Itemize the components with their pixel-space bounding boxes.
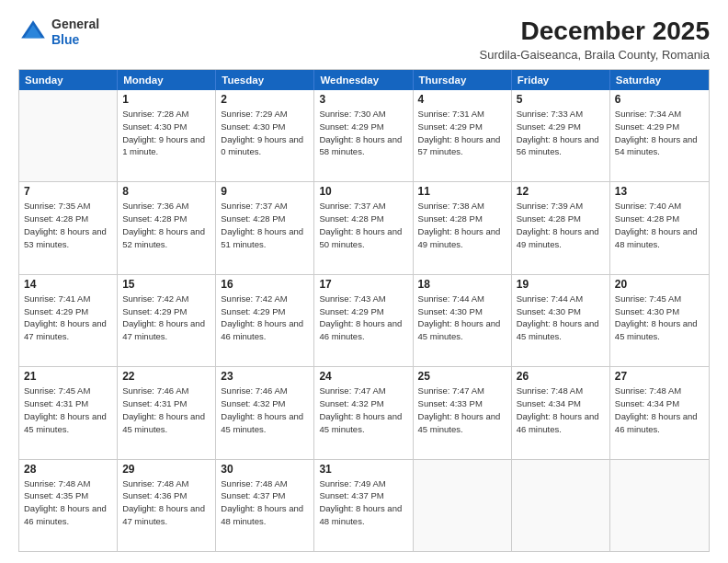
logo-text: General Blue — [51, 17, 99, 48]
page: General Blue December 2025 Surdila-Gaise… — [0, 0, 728, 563]
calendar-cell: 9Sunrise: 7:37 AMSunset: 4:28 PMDaylight… — [216, 182, 314, 273]
calendar: SundayMondayTuesdayWednesdayThursdayFrid… — [18, 69, 710, 552]
calendar-cell: 13Sunrise: 7:40 AMSunset: 4:28 PMDayligh… — [610, 182, 709, 273]
calendar-cell: 8Sunrise: 7:36 AMSunset: 4:28 PMDaylight… — [118, 182, 216, 273]
day-number: 10 — [319, 185, 407, 198]
day-number: 22 — [122, 370, 210, 383]
day-info: Sunrise: 7:42 AMSunset: 4:29 PMDaylight:… — [221, 293, 309, 343]
calendar-week-3: 14Sunrise: 7:41 AMSunset: 4:29 PMDayligh… — [19, 274, 709, 366]
calendar-cell: 4Sunrise: 7:31 AMSunset: 4:29 PMDaylight… — [414, 90, 512, 181]
day-info: Sunrise: 7:48 AMSunset: 4:36 PMDaylight:… — [122, 477, 210, 528]
logo-blue: Blue — [51, 32, 99, 48]
header-day-monday: Monday — [118, 70, 216, 90]
calendar-cell: 10Sunrise: 7:37 AMSunset: 4:28 PMDayligh… — [314, 182, 413, 273]
day-number: 9 — [221, 185, 309, 198]
calendar-cell: 12Sunrise: 7:39 AMSunset: 4:28 PMDayligh… — [512, 182, 610, 273]
calendar-cell: 25Sunrise: 7:47 AMSunset: 4:33 PMDayligh… — [414, 367, 512, 458]
day-number: 24 — [319, 370, 407, 383]
calendar-cell: 30Sunrise: 7:48 AMSunset: 4:37 PMDayligh… — [216, 460, 314, 551]
day-info: Sunrise: 7:39 AMSunset: 4:28 PMDaylight:… — [517, 200, 605, 250]
calendar-cell: 18Sunrise: 7:44 AMSunset: 4:30 PMDayligh… — [414, 275, 512, 366]
day-number: 13 — [615, 185, 704, 198]
month-title: December 2025 — [480, 17, 711, 46]
day-number: 26 — [517, 370, 605, 383]
day-info: Sunrise: 7:31 AMSunset: 4:29 PMDaylight:… — [418, 108, 506, 158]
day-info: Sunrise: 7:30 AMSunset: 4:29 PMDaylight:… — [319, 108, 407, 158]
calendar-cell: 28Sunrise: 7:48 AMSunset: 4:35 PMDayligh… — [19, 460, 118, 551]
day-info: Sunrise: 7:37 AMSunset: 4:28 PMDaylight:… — [319, 200, 407, 250]
day-number: 8 — [122, 185, 210, 198]
calendar-cell: 27Sunrise: 7:48 AMSunset: 4:34 PMDayligh… — [610, 367, 709, 458]
logo: General Blue — [18, 17, 99, 48]
day-info: Sunrise: 7:46 AMSunset: 4:31 PMDaylight:… — [122, 385, 210, 435]
day-info: Sunrise: 7:38 AMSunset: 4:28 PMDaylight:… — [418, 200, 506, 250]
header-day-wednesday: Wednesday — [314, 70, 413, 90]
calendar-cell: 23Sunrise: 7:46 AMSunset: 4:32 PMDayligh… — [216, 367, 314, 458]
calendar-cell: 22Sunrise: 7:46 AMSunset: 4:31 PMDayligh… — [118, 367, 216, 458]
calendar-cell: 2Sunrise: 7:29 AMSunset: 4:30 PMDaylight… — [216, 90, 314, 181]
day-info: Sunrise: 7:36 AMSunset: 4:28 PMDaylight:… — [122, 200, 210, 250]
day-info: Sunrise: 7:49 AMSunset: 4:37 PMDaylight:… — [319, 477, 407, 528]
header-day-thursday: Thursday — [414, 70, 512, 90]
day-info: Sunrise: 7:47 AMSunset: 4:32 PMDaylight:… — [319, 385, 407, 435]
day-info: Sunrise: 7:42 AMSunset: 4:29 PMDaylight:… — [122, 293, 210, 343]
header-day-sunday: Sunday — [19, 70, 118, 90]
day-number: 23 — [221, 370, 309, 383]
calendar-cell: 3Sunrise: 7:30 AMSunset: 4:29 PMDaylight… — [314, 90, 413, 181]
calendar-cell — [414, 460, 512, 551]
logo-general: General — [51, 17, 99, 32]
calendar-cell: 15Sunrise: 7:42 AMSunset: 4:29 PMDayligh… — [118, 275, 216, 366]
day-info: Sunrise: 7:48 AMSunset: 4:34 PMDaylight:… — [615, 385, 704, 435]
calendar-header: SundayMondayTuesdayWednesdayThursdayFrid… — [19, 70, 709, 90]
day-info: Sunrise: 7:48 AMSunset: 4:37 PMDaylight:… — [221, 477, 309, 528]
day-number: 4 — [418, 93, 506, 106]
day-info: Sunrise: 7:45 AMSunset: 4:30 PMDaylight:… — [615, 293, 704, 343]
day-number: 5 — [517, 93, 605, 106]
day-info: Sunrise: 7:33 AMSunset: 4:29 PMDaylight:… — [517, 108, 605, 158]
calendar-cell: 5Sunrise: 7:33 AMSunset: 4:29 PMDaylight… — [512, 90, 610, 181]
calendar-body: 1Sunrise: 7:28 AMSunset: 4:30 PMDaylight… — [19, 90, 709, 551]
calendar-cell: 16Sunrise: 7:42 AMSunset: 4:29 PMDayligh… — [216, 275, 314, 366]
calendar-cell: 14Sunrise: 7:41 AMSunset: 4:29 PMDayligh… — [19, 275, 118, 366]
day-number: 17 — [319, 278, 407, 291]
day-info: Sunrise: 7:43 AMSunset: 4:29 PMDaylight:… — [319, 293, 407, 343]
day-info: Sunrise: 7:41 AMSunset: 4:29 PMDaylight:… — [24, 293, 112, 343]
calendar-cell: 21Sunrise: 7:45 AMSunset: 4:31 PMDayligh… — [19, 367, 118, 458]
day-number: 27 — [615, 370, 704, 383]
day-info: Sunrise: 7:44 AMSunset: 4:30 PMDaylight:… — [517, 293, 605, 343]
calendar-cell: 17Sunrise: 7:43 AMSunset: 4:29 PMDayligh… — [314, 275, 413, 366]
day-number: 20 — [615, 278, 704, 291]
calendar-cell: 19Sunrise: 7:44 AMSunset: 4:30 PMDayligh… — [512, 275, 610, 366]
day-number: 16 — [221, 278, 309, 291]
day-number: 11 — [418, 185, 506, 198]
calendar-week-4: 21Sunrise: 7:45 AMSunset: 4:31 PMDayligh… — [19, 366, 709, 458]
day-number: 12 — [517, 185, 605, 198]
day-info: Sunrise: 7:47 AMSunset: 4:33 PMDaylight:… — [418, 385, 506, 435]
calendar-cell: 20Sunrise: 7:45 AMSunset: 4:30 PMDayligh… — [610, 275, 709, 366]
calendar-cell: 29Sunrise: 7:48 AMSunset: 4:36 PMDayligh… — [118, 460, 216, 551]
calendar-week-2: 7Sunrise: 7:35 AMSunset: 4:28 PMDaylight… — [19, 181, 709, 273]
day-info: Sunrise: 7:37 AMSunset: 4:28 PMDaylight:… — [221, 200, 309, 250]
header-day-friday: Friday — [512, 70, 610, 90]
day-number: 14 — [24, 278, 112, 291]
header-day-tuesday: Tuesday — [216, 70, 314, 90]
calendar-cell: 7Sunrise: 7:35 AMSunset: 4:28 PMDaylight… — [19, 182, 118, 273]
calendar-cell — [512, 460, 610, 551]
day-number: 2 — [221, 93, 309, 106]
calendar-cell: 26Sunrise: 7:48 AMSunset: 4:34 PMDayligh… — [512, 367, 610, 458]
day-info: Sunrise: 7:40 AMSunset: 4:28 PMDaylight:… — [615, 200, 704, 250]
title-block: December 2025 Surdila-Gaiseanca, Braila … — [480, 17, 711, 62]
header: General Blue December 2025 Surdila-Gaise… — [18, 17, 710, 62]
day-number: 21 — [24, 370, 112, 383]
day-number: 3 — [319, 93, 407, 106]
calendar-cell — [610, 460, 709, 551]
day-number: 18 — [418, 278, 506, 291]
day-number: 15 — [122, 278, 210, 291]
day-number: 25 — [418, 370, 506, 383]
day-number: 1 — [122, 93, 210, 106]
day-info: Sunrise: 7:46 AMSunset: 4:32 PMDaylight:… — [221, 385, 309, 435]
day-number: 30 — [221, 463, 309, 476]
day-info: Sunrise: 7:29 AMSunset: 4:30 PMDaylight:… — [221, 108, 309, 158]
calendar-week-1: 1Sunrise: 7:28 AMSunset: 4:30 PMDaylight… — [19, 90, 709, 181]
day-info: Sunrise: 7:35 AMSunset: 4:28 PMDaylight:… — [24, 200, 112, 250]
